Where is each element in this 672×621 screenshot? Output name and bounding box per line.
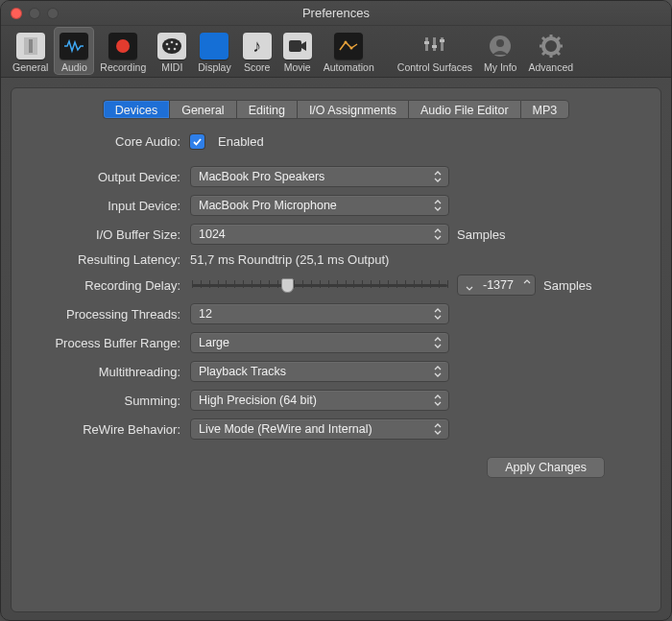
- toolbar: General Audio Recording MIDI Display ♪ S…: [1, 26, 671, 78]
- io-buffer-suffix: Samples: [457, 227, 506, 242]
- core-audio-label: Core Audio:: [29, 134, 190, 149]
- movie-icon: [283, 33, 312, 60]
- svg-point-7: [174, 48, 177, 51]
- apply-changes-button[interactable]: Apply Changes: [487, 457, 605, 478]
- tab-mp3[interactable]: MP3: [520, 100, 570, 119]
- toolbar-control-surfaces[interactable]: Control Surfaces: [392, 27, 478, 75]
- recording-delay-label: Recording Delay:: [29, 278, 190, 293]
- svg-point-6: [168, 48, 171, 51]
- tab-audio-file-editor[interactable]: Audio File Editor: [408, 100, 520, 119]
- automation-icon: [334, 33, 363, 60]
- input-device-label: Input Device:: [29, 199, 190, 213]
- stepper-down-icon[interactable]: [466, 278, 473, 292]
- toolbar-score[interactable]: ♪ Score: [237, 27, 277, 75]
- latency-value: 51,7 ms Roundtrip (25,1 ms Output): [190, 252, 389, 267]
- toolbar-advanced[interactable]: Advanced: [522, 27, 579, 75]
- control-surfaces-icon: [420, 33, 449, 60]
- processing-threads-label: Processing Threads:: [29, 307, 190, 322]
- multithreading-select[interactable]: Playback Tracks: [190, 361, 449, 382]
- core-audio-checkbox[interactable]: [190, 134, 204, 149]
- io-buffer-select[interactable]: 1024: [190, 224, 449, 245]
- toolbar-recording[interactable]: Recording: [94, 27, 152, 75]
- svg-point-8: [171, 41, 174, 44]
- svg-point-4: [166, 43, 169, 46]
- svg-point-2: [116, 39, 130, 53]
- audio-panel: Devices General Editing I/O Assignments …: [11, 87, 661, 612]
- svg-rect-16: [432, 45, 437, 48]
- recording-delay-stepper[interactable]: -1377: [457, 275, 536, 296]
- window-title: Preferences: [1, 6, 671, 20]
- recording-delay-suffix: Samples: [543, 278, 592, 293]
- svg-line-26: [557, 52, 560, 55]
- rewire-behavior-select[interactable]: Live Mode (ReWire and Internal): [190, 418, 449, 440]
- svg-rect-9: [289, 40, 301, 52]
- io-buffer-label: I/O Buffer Size:: [29, 227, 190, 242]
- svg-rect-15: [424, 41, 429, 44]
- chevron-updown-icon: [433, 199, 443, 212]
- toolbar-my-info[interactable]: My Info: [478, 27, 522, 75]
- chevron-updown-icon: [433, 365, 443, 378]
- svg-line-25: [542, 37, 545, 40]
- svg-point-5: [176, 43, 179, 46]
- tab-devices[interactable]: Devices: [103, 100, 169, 119]
- svg-rect-1: [29, 39, 33, 53]
- svg-point-11: [350, 47, 353, 50]
- toolbar-audio[interactable]: Audio: [54, 27, 94, 75]
- svg-point-10: [345, 41, 348, 44]
- output-device-select[interactable]: MacBook Pro Speakers: [190, 166, 449, 187]
- latency-label: Resulting Latency:: [29, 252, 190, 267]
- recording-icon: [108, 33, 137, 60]
- midi-icon: [157, 33, 186, 60]
- score-icon: ♪: [243, 33, 272, 60]
- svg-point-19: [496, 39, 504, 47]
- process-buffer-range-label: Process Buffer Range:: [29, 336, 190, 350]
- toolbar-automation[interactable]: Automation: [318, 27, 380, 75]
- advanced-icon: [537, 33, 565, 60]
- sub-tabs: Devices General Editing I/O Assignments …: [29, 100, 643, 119]
- svg-point-20: [543, 38, 559, 54]
- rewire-behavior-label: ReWire Behavior:: [29, 422, 190, 437]
- chevron-updown-icon: [433, 307, 443, 321]
- chevron-updown-icon: [433, 170, 443, 183]
- tab-general[interactable]: General: [169, 100, 235, 119]
- processing-threads-select[interactable]: 12: [190, 303, 449, 324]
- preferences-window: Preferences General Audio Recording MIDI…: [0, 0, 672, 621]
- tab-editing[interactable]: Editing: [236, 100, 297, 119]
- titlebar: Preferences: [1, 1, 671, 26]
- input-device-select[interactable]: MacBook Pro Microphone: [190, 195, 449, 216]
- chevron-updown-icon: [433, 422, 443, 436]
- chevron-updown-icon: [433, 227, 443, 241]
- general-icon: [16, 33, 45, 60]
- multithreading-label: Multithreading:: [29, 365, 190, 379]
- toolbar-midi[interactable]: MIDI: [152, 27, 192, 75]
- display-icon: [200, 33, 228, 60]
- output-device-label: Output Device:: [29, 170, 190, 184]
- summing-label: Summing:: [29, 394, 190, 408]
- my-info-icon: [486, 33, 515, 60]
- svg-line-27: [557, 37, 560, 40]
- toolbar-general[interactable]: General: [7, 27, 54, 75]
- recording-delay-slider[interactable]: [190, 275, 449, 296]
- svg-rect-17: [440, 39, 444, 42]
- chevron-updown-icon: [433, 394, 443, 407]
- summing-select[interactable]: High Precision (64 bit): [190, 390, 449, 411]
- toolbar-movie[interactable]: Movie: [277, 27, 318, 75]
- svg-rect-13: [433, 37, 436, 51]
- audio-icon: [60, 33, 88, 60]
- chevron-updown-icon: [433, 336, 443, 349]
- tab-io-assignments[interactable]: I/O Assignments: [297, 100, 408, 119]
- svg-line-28: [542, 52, 545, 55]
- process-buffer-range-select[interactable]: Large: [190, 332, 449, 353]
- svg-point-3: [162, 38, 181, 54]
- toolbar-display[interactable]: Display: [192, 27, 236, 75]
- stepper-up-icon[interactable]: [523, 278, 531, 292]
- core-audio-checkbox-label: Enabled: [218, 134, 264, 149]
